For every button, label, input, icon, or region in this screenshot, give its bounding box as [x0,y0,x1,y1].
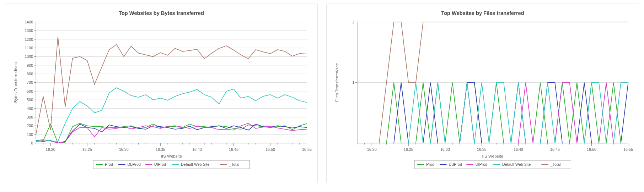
y-tick-label: 200 [27,124,33,128]
chart-bytes-svg: Top Websites by Bytes transferred0100200… [9,7,314,181]
x-tick-label: 16:35 [477,147,487,152]
x-tick-label: 16:25 [82,147,92,152]
legend-label: UIProd [476,162,487,166]
series-default-web-site [36,88,307,141]
chart-bytes-wrap: Top Websites by Bytes transferred0100200… [9,7,314,181]
x-tick-label: 16:25 [404,147,413,152]
y-tick-label: 300 [27,115,33,119]
y-tick-label: 1100 [25,46,33,50]
chart-files-svg: Top Websites by Files transferred1216:20… [330,7,635,181]
y-tick-label: 1400 [25,20,33,24]
chart-title: Top Websites by Bytes transferred [119,10,204,16]
x-tick-label: 16:20 [367,147,377,152]
panel-files: Top Websites by Files transferred1216:20… [326,4,639,183]
x-axis-label: IIS Website [482,154,504,158]
y-tick-label: 700 [27,80,33,84]
chart-title: Top Websites by Files transferred [441,10,524,16]
x-tick-label: 16:55 [302,147,312,152]
y-tick-label: 1 [352,80,354,84]
chart-files-wrap: Top Websites by Files transferred1216:20… [330,7,635,181]
legend-label: Default Web Site [502,162,531,166]
x-tick-label: 16:45 [229,147,238,152]
y-tick-label: 1300 [25,28,33,33]
series-uiprod [36,123,307,143]
dashboard: Top Websites by Bytes transferred0100200… [0,0,644,187]
x-tick-label: 16:35 [156,147,165,152]
y-tick-label: 400 [27,106,33,111]
series-_total [36,37,307,134]
x-tick-label: 16:20 [46,147,55,152]
y-tick-label: 800 [27,72,33,76]
y-axis-label: Bytes Transferred/sec [13,62,18,103]
x-tick-label: 16:55 [623,147,633,152]
legend-label: Prod [426,162,434,166]
legend-label: DBProd [449,162,462,166]
x-tick-label: 16:40 [192,147,202,152]
legend-label: _Total [229,162,240,166]
legend-label: Default Web Site [181,162,209,166]
x-tick-label: 16:50 [587,147,596,152]
y-tick-label: 2 [352,20,354,24]
series-default-web-site [357,83,628,143]
y-tick-label: 100 [27,132,33,137]
x-axis-label: IIS Website [161,154,182,158]
y-tick-label: 1000 [25,54,33,59]
legend-label: Prod [105,162,113,166]
x-tick-label: 16:50 [265,147,275,152]
legend-label: DBProd [127,162,141,166]
y-axis-label: Files Transferred/sec [334,63,339,102]
y-tick-label: 0 [31,141,33,145]
y-tick-label: 1200 [25,37,33,42]
panel-bytes: Top Websites by Bytes transferred0100200… [5,4,318,183]
x-tick-label: 16:40 [514,147,523,152]
legend-label: _Total [550,162,561,166]
y-tick-label: 600 [27,89,33,93]
x-tick-label: 16:30 [119,147,129,152]
y-tick-label: 500 [27,98,33,102]
y-tick-label: 900 [27,63,33,67]
x-tick-label: 16:45 [550,147,560,152]
x-tick-label: 16:30 [440,147,450,152]
legend-label: UIProd [154,162,166,166]
